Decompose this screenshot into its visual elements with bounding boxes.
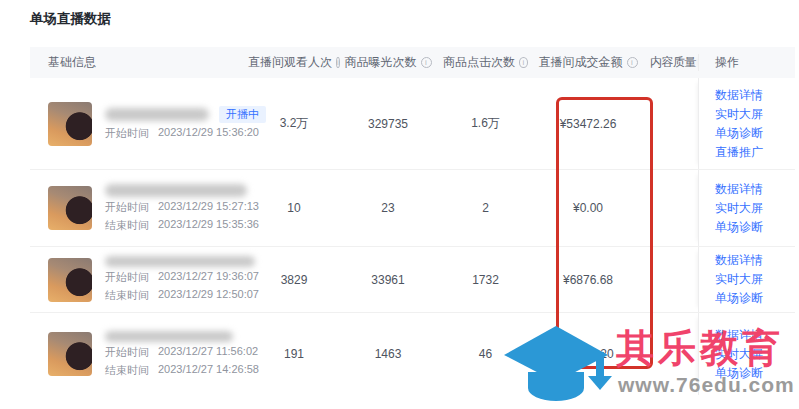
header-cell-viewers: 直播间观看人次 i [255, 54, 333, 71]
basic-info-cell: 开始时间 2023/12/27 11:56:02 结束时间 2023/12/27… [30, 313, 255, 395]
metric-viewers: 3.2万 [255, 78, 333, 169]
table-row: 开始时间 2023/12/29 15:27:13 结束时间 2023/12/29… [30, 170, 795, 247]
redacted-name [105, 256, 255, 267]
ops-link-session-diagnosis[interactable]: 单场诊断 [715, 366, 795, 381]
start-time-value: 2023/12/27 11:56:02 [158, 345, 258, 360]
metric-viewers: 3829 [255, 247, 333, 312]
avatar [48, 102, 92, 146]
end-time: 结束时间 2023/12/29 15:35:36 [105, 218, 259, 233]
metric-exposure: 329735 [333, 78, 443, 169]
redacted-name [105, 108, 209, 121]
metric-clicks: 1732 [443, 247, 528, 312]
metric-quality [648, 247, 698, 312]
ops-link-live-promotion[interactable]: 直播推广 [715, 145, 795, 160]
start-time-value: 2023/12/27 19:36:07 [158, 270, 259, 285]
live-sessions-table: 基础信息 直播间观看人次 i 商品曝光次数 i 商品点击次数 i 直播间成交金额… [30, 47, 795, 395]
table-row: 开始时间 2023/12/27 19:36:07 结束时间 2023/12/29… [30, 247, 795, 313]
metric-amount: ¥6876.68 [528, 247, 648, 312]
ops-link-data-detail[interactable]: 数据详情 [715, 328, 795, 343]
avatar [48, 332, 92, 376]
end-time: 结束时间 2023/12/29 12:50:07 [105, 288, 259, 303]
ops-link-session-diagnosis[interactable]: 单场诊断 [715, 220, 795, 235]
metric-viewers: 191 [255, 313, 333, 395]
header-cell-exposure: 商品曝光次数 i [333, 54, 443, 71]
start-time-value: 2023/12/29 15:36:20 [158, 126, 259, 141]
redacted-name [105, 331, 233, 342]
table-row: 开始时间 2023/12/27 11:56:02 结束时间 2023/12/27… [30, 313, 795, 395]
ops-link-data-detail[interactable]: 数据详情 [715, 253, 795, 268]
end-time-label: 结束时间 [105, 288, 149, 303]
start-time-label: 开始时间 [105, 345, 149, 360]
ops-link-realtime-screen[interactable]: 实时大屏 [715, 201, 795, 216]
metric-exposure: 1463 [333, 313, 443, 395]
end-time-value: 2023/12/27 14:26:58 [158, 363, 259, 378]
start-time: 开始时间 2023/12/27 11:56:02 [105, 345, 259, 360]
end-time: 结束时间 2023/12/27 14:26:58 [105, 363, 259, 378]
operations-cell: 数据详情 实时大屏 单场诊断 直播推广 [698, 78, 795, 169]
metric-quality [648, 78, 698, 169]
operations-cell: 数据详情 实时大屏 单场诊断 [698, 247, 795, 312]
header-cell-amount: 直播间成交金额 i [528, 54, 648, 71]
metric-clicks: 46 [443, 313, 528, 395]
table-header: 基础信息 直播间观看人次 i 商品曝光次数 i 商品点击次数 i 直播间成交金额… [30, 47, 795, 78]
start-time-value: 2023/12/29 15:27:13 [158, 200, 259, 215]
start-time: 开始时间 2023/12/29 15:36:20 [105, 126, 266, 141]
end-time-value: 2023/12/29 15:35:36 [158, 218, 259, 233]
ops-link-session-diagnosis[interactable]: 单场诊断 [715, 291, 795, 306]
metric-quality [648, 313, 698, 395]
ops-link-realtime-screen[interactable]: 实时大屏 [715, 107, 795, 122]
header-cell-quality: 内容质量 [648, 54, 698, 71]
end-time-label: 结束时间 [105, 363, 149, 378]
ops-link-data-detail[interactable]: 数据详情 [715, 88, 795, 103]
ops-link-data-detail[interactable]: 数据详情 [715, 182, 795, 197]
ops-link-session-diagnosis[interactable]: 单场诊断 [715, 126, 795, 141]
avatar [48, 186, 92, 230]
ops-link-realtime-screen[interactable]: 实时大屏 [715, 272, 795, 287]
info-icon[interactable]: i [519, 57, 528, 68]
ops-link-realtime-screen[interactable]: 实时大屏 [715, 347, 795, 362]
metric-amount: ¥0.00 [528, 170, 648, 246]
redacted-name [105, 184, 247, 197]
end-time-label: 结束时间 [105, 218, 149, 233]
operations-cell: 数据详情 实时大屏 单场诊断 [698, 313, 795, 395]
basic-info-cell: 开始时间 2023/12/29 15:27:13 结束时间 2023/12/29… [30, 170, 255, 246]
start-time-label: 开始时间 [105, 200, 149, 215]
operations-cell: 数据详情 实时大屏 单场诊断 [698, 170, 795, 246]
metric-amount: ¥53472.26 [528, 78, 648, 169]
header-cell-clicks: 商品点击次数 i [443, 54, 528, 71]
start-time: 开始时间 2023/12/27 19:36:07 [105, 270, 259, 285]
metric-viewers: 10 [255, 170, 333, 246]
metric-exposure: 33961 [333, 247, 443, 312]
start-time-label: 开始时间 [105, 126, 149, 141]
basic-info-cell: 开始时间 2023/12/27 19:36:07 结束时间 2023/12/29… [30, 247, 255, 312]
metric-amount: 4.20 [528, 313, 648, 395]
info-icon[interactable]: i [627, 57, 638, 68]
page: 单场直播数据 基础信息 直播间观看人次 i 商品曝光次数 i 商品点击次数 i … [0, 0, 799, 409]
metric-exposure: 23 [333, 170, 443, 246]
info-icon[interactable]: i [421, 57, 432, 68]
header-cell-basic-info: 基础信息 [30, 54, 255, 71]
table-row: 开播中 开始时间 2023/12/29 15:36:20 3.2万 329735… [30, 78, 795, 170]
end-time-value: 2023/12/29 12:50:07 [158, 288, 259, 303]
metric-quality [648, 170, 698, 246]
basic-info-cell: 开播中 开始时间 2023/12/29 15:36:20 [30, 78, 255, 169]
header-cell-operations: 操作 [698, 54, 795, 71]
start-time: 开始时间 2023/12/29 15:27:13 [105, 200, 259, 215]
metric-clicks: 1.6万 [443, 78, 528, 169]
page-title: 单场直播数据 [30, 10, 111, 28]
metric-clicks: 2 [443, 170, 528, 246]
avatar [48, 258, 92, 302]
start-time-label: 开始时间 [105, 270, 149, 285]
